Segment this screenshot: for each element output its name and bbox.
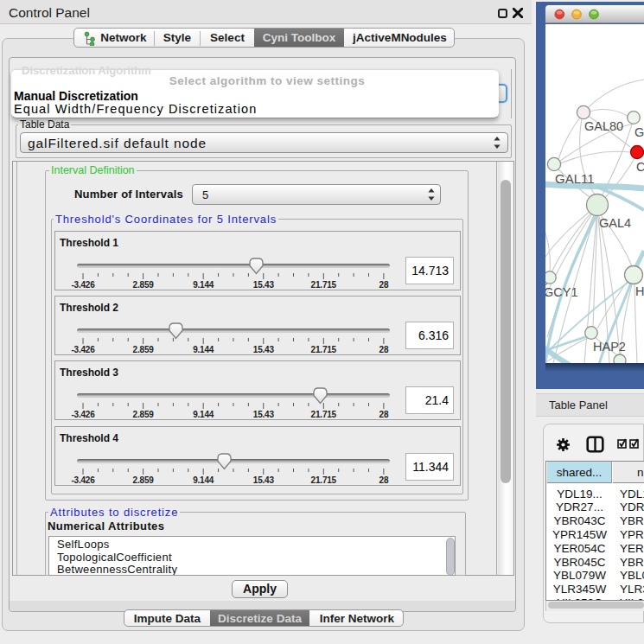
svg-text:GAL80: GAL80 [584,119,623,133]
svg-text:CY: CY [636,160,644,174]
svg-text:HAP2: HAP2 [593,340,626,354]
svg-text:GAL4: GAL4 [599,216,631,230]
svg-text:GAL11: GAL11 [555,171,595,186]
svg-text:GA: GA [634,125,644,139]
svg-text:GCY1: GCY1 [545,285,578,299]
svg-text:H: H [635,284,644,298]
